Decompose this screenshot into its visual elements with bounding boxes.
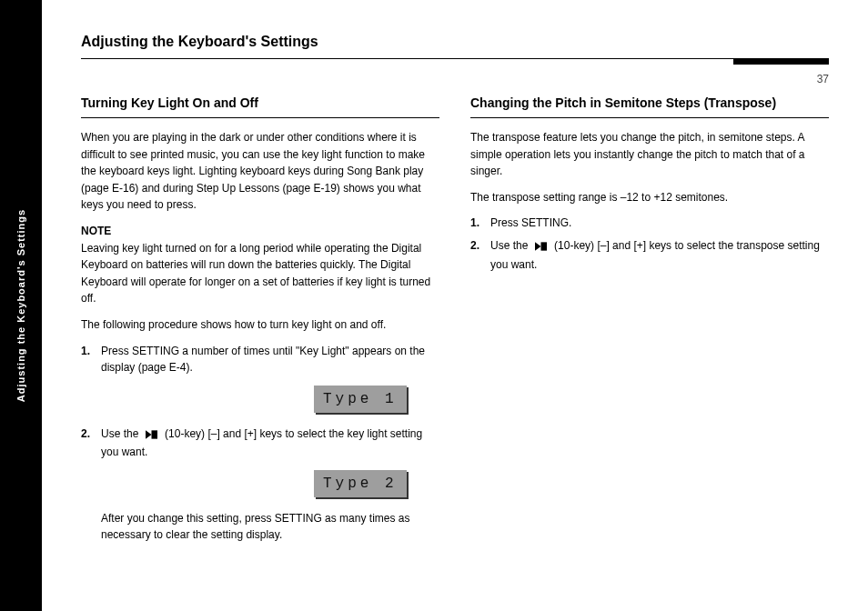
step-2-sub: After you change this setting, press SET… — [101, 510, 439, 543]
sidebar-label: Adjusting the Keyboard's Settings — [15, 209, 26, 402]
step-2-text: Use the (10-key) [–] and [+] keys to sel… — [101, 427, 422, 459]
section-heading-left: Turning Key Light On and Off — [81, 95, 439, 110]
note-body: Leaving key light turned on for a long p… — [81, 242, 430, 306]
ten-key-icon — [142, 427, 162, 445]
left-lead-in: The following procedure shows how to tur… — [81, 316, 439, 334]
right-step-1-text: Press SETTING. — [490, 216, 571, 229]
header-tab-block — [733, 58, 829, 65]
lcd-row-1: Type 1 — [81, 386, 439, 413]
svg-rect-1 — [152, 430, 158, 438]
step-2-number: 2. — [81, 426, 97, 443]
right-step-2-text-a: Use the — [490, 239, 531, 252]
lcd-row-2: Type 2 — [81, 470, 439, 497]
note-block: NOTE Leaving key light turned on for a l… — [81, 223, 439, 307]
right-step-2: 2. Use the (10-key) [–] and [+] keys to … — [470, 237, 829, 273]
sidebar-stripe: Adjusting the Keyboard's Settings — [0, 0, 42, 611]
left-column: Turning Key Light On and Off When you ar… — [81, 95, 439, 550]
right-p1: The transpose feature lets you change th… — [470, 129, 829, 180]
heading-underline-right — [470, 117, 829, 118]
step-1-text: Press SETTING a number of times until "K… — [101, 345, 425, 375]
right-step-2-number: 2. — [470, 237, 487, 255]
heading-underline-left — [81, 117, 439, 118]
right-step-2-text: Use the (10-key) [–] and [+] keys to sel… — [490, 239, 820, 271]
step-2-text-a: Use the — [101, 427, 142, 440]
step-2: 2. Use the (10-key) [–] and [+] keys to … — [81, 426, 439, 461]
section-heading-right: Changing the Pitch in Semitone Steps (Tr… — [470, 95, 829, 110]
step-1-number: 1. — [81, 343, 97, 360]
svg-marker-0 — [146, 430, 152, 438]
lcd-display-1: Type 1 — [314, 386, 407, 413]
right-column: Changing the Pitch in Semitone Steps (Tr… — [470, 95, 829, 278]
lcd-display-2: Type 2 — [314, 470, 407, 497]
svg-rect-3 — [541, 242, 548, 250]
note-label: NOTE — [81, 225, 111, 237]
right-step-1: 1. Press SETTING. — [470, 215, 829, 232]
header-rule — [81, 58, 829, 59]
right-p2: The transpose setting range is –12 to +1… — [470, 189, 829, 206]
page-title: Adjusting the Keyboard's Settings — [81, 34, 318, 50]
page-number: 37 — [817, 73, 829, 85]
svg-marker-2 — [535, 242, 541, 250]
left-intro: When you are playing in the dark or unde… — [81, 129, 439, 214]
step-1: 1. Press SETTING a number of times until… — [81, 343, 439, 376]
ten-key-icon-right — [531, 239, 551, 256]
right-step-1-number: 1. — [470, 215, 487, 232]
